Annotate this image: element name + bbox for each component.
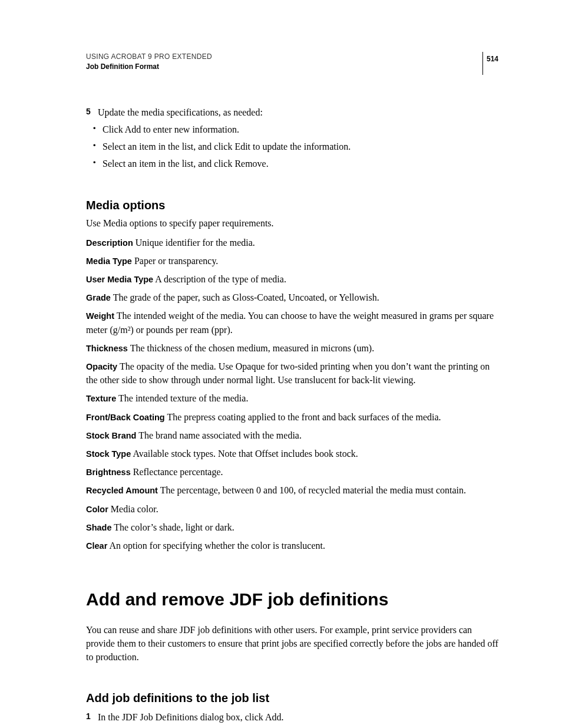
term-label: Stock Brand — [86, 431, 136, 440]
heading-add-remove: Add and remove JDF job definitions — [86, 587, 498, 612]
term-body: An option for specifying whether the col… — [107, 541, 325, 551]
term-label: Texture — [86, 394, 116, 403]
term-label: Brightness — [86, 467, 131, 477]
bullet-item: • Select an item in the list, and click … — [86, 140, 498, 153]
definition-term: Recycled Amount The percentage, between … — [86, 483, 498, 497]
term-label: Stock Type — [86, 449, 131, 459]
term-label: Media Type — [86, 256, 132, 266]
definition-term: Color Media color. — [86, 502, 498, 516]
definition-term: Thickness The thickness of the chosen me… — [86, 341, 498, 355]
term-label: Grade — [86, 293, 111, 302]
heading-add-job: Add job definitions to the job list — [86, 690, 498, 707]
bullet-text: Select an item in the list, and click Re… — [103, 157, 498, 170]
term-body: The thickness of the chosen medium, meas… — [128, 343, 374, 353]
step-text: Update the media specifications, as need… — [98, 106, 498, 119]
term-body: The intended texture of the media. — [116, 393, 248, 403]
step-number: 5 — [86, 106, 98, 119]
bullet-icon: • — [93, 123, 103, 136]
definition-term: Clear An option for specifying whether t… — [86, 539, 498, 552]
term-body: Media color. — [108, 504, 158, 514]
term-label: Opacity — [86, 362, 117, 371]
bullet-item: • Click Add to enter new information. — [86, 123, 498, 136]
definition-term: Grade The grade of the paper, such as Gl… — [86, 291, 498, 304]
definition-term: Texture The intended texture of the medi… — [86, 391, 498, 405]
intro-paragraph: Use Media options to specify paper requi… — [86, 216, 498, 230]
term-label: Recycled Amount — [86, 486, 158, 495]
term-label: Color — [86, 505, 108, 514]
term-body: A description of the type of media. — [153, 274, 286, 284]
definition-term: Opacity The opacity of the media. Use Op… — [86, 360, 498, 387]
definition-term: Stock Brand The brand name associated wi… — [86, 429, 498, 442]
bullet-icon: • — [93, 157, 103, 170]
term-body: The opacity of the media. Use Opaque for… — [86, 361, 490, 385]
term-label: Thickness — [86, 344, 128, 353]
bullet-item: • Select an item in the list, and click … — [86, 157, 498, 170]
term-body: Available stock types. Note that Offset … — [131, 449, 358, 459]
term-label: Clear — [86, 541, 107, 551]
term-body: The brand name associated with the media… — [136, 430, 302, 440]
running-header-section: Job Definition Format — [86, 62, 498, 72]
definition-term: Weight The intended weight of the media.… — [86, 309, 498, 336]
term-label: Front/Back Coating — [86, 413, 165, 422]
definition-term: Shade The color’s shade, light or dark. — [86, 521, 498, 534]
term-body: The percentage, between 0 and 100, of re… — [158, 485, 466, 495]
bullet-icon: • — [93, 140, 103, 153]
definition-term: User Media Type A description of the typ… — [86, 272, 498, 286]
heading-media-options: Media options — [86, 197, 498, 214]
term-label: Shade — [86, 523, 112, 532]
definition-term: Media Type Paper or transparency. — [86, 254, 498, 268]
step-text: In the JDF Job Definitions dialog box, c… — [98, 710, 284, 724]
term-body: Unique identifier for the media. — [133, 238, 255, 248]
definition-term: Front/Back Coating The prepress coating … — [86, 410, 498, 424]
term-body: The intended weight of the media. You ca… — [86, 311, 494, 334]
definition-term: Stock Type Available stock types. Note t… — [86, 447, 498, 460]
running-header-product: USING ACROBAT 9 PRO EXTENDED — [86, 52, 498, 62]
term-body: The color’s shade, light or dark. — [112, 522, 234, 532]
definition-term: Description Unique identifier for the me… — [86, 236, 498, 249]
bullet-text: Select an item in the list, and click Ed… — [103, 140, 498, 153]
page-number: 514 — [482, 52, 498, 75]
term-body: The prepress coating applied to the fron… — [165, 412, 441, 422]
term-body: The grade of the paper, such as Gloss-Co… — [111, 292, 379, 302]
term-body: Reflectance percentage. — [131, 467, 223, 477]
definition-term: Brightness Reflectance percentage. — [86, 465, 498, 479]
term-body: Paper or transparency. — [132, 256, 218, 266]
intro-paragraph: You can reuse and share JDF job definiti… — [86, 623, 498, 664]
term-label: User Media Type — [86, 275, 153, 284]
bullet-text: Click Add to enter new information. — [103, 123, 498, 136]
term-label: Weight — [86, 311, 114, 321]
step-number: 1 — [86, 710, 98, 724]
ordered-step: 1In the JDF Job Definitions dialog box, … — [86, 710, 498, 724]
term-label: Description — [86, 238, 133, 248]
step-5: 5 Update the media specifications, as ne… — [86, 106, 498, 119]
